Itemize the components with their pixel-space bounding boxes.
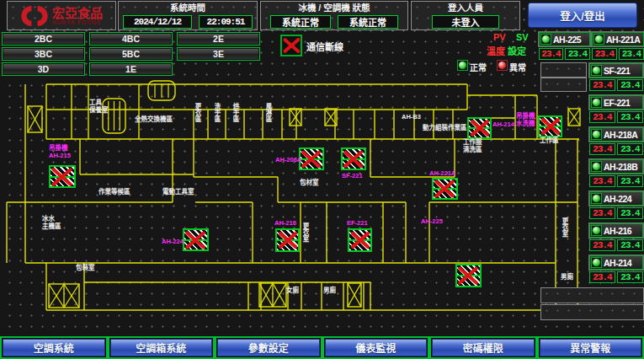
floor-buttons: 2BC4BC2E3BC5BC3E3D1E — [2, 32, 264, 76]
unit-row-sf-221[interactable]: SF-221 — [589, 63, 643, 78]
comm-loss-icon — [280, 35, 302, 56]
logo-mark-icon — [20, 4, 49, 28]
plan-label: 冰水 主機區 — [42, 216, 61, 230]
unit-sv-value: 23.4 — [617, 239, 643, 251]
machine-status-panel: 冰機 / 空調機 狀態 系統正常 系統正常 — [260, 1, 408, 30]
floor-button-2e[interactable]: 2E — [177, 32, 260, 46]
plan-label: AH-216 — [274, 220, 296, 228]
unit-status-led — [591, 129, 602, 140]
nav-button[interactable]: 密碼權限 — [432, 339, 535, 356]
unit-row-ah-225[interactable]: AH-225 — [539, 32, 590, 46]
system-date-value: 2024/12/12 — [123, 15, 192, 29]
nav-button[interactable]: 空調系統 — [3, 339, 105, 356]
ahu-unit-icon[interactable] — [299, 147, 324, 170]
unit-pv-value: 23.4 — [589, 79, 615, 91]
ahu-unit-icon[interactable] — [455, 264, 482, 287]
nav-button[interactable]: 異常警報 — [540, 339, 642, 356]
unit-sv-value: 23.4 — [619, 48, 644, 60]
plan-label: AH-214 — [492, 121, 514, 129]
unit-name: AH-224 — [604, 194, 631, 204]
unit-name: AH-218B — [604, 162, 637, 172]
plan-label: 風淋區 — [264, 103, 272, 122]
company-subtitle: HUNYA FOODS — [52, 19, 103, 25]
comm-loss-label: 通信斷線 — [306, 40, 343, 53]
nav-cell: 參數設定 — [215, 336, 322, 359]
floor-button-4bc[interactable]: 4BC — [89, 32, 173, 46]
empty-panel — [540, 78, 587, 92]
nav-button[interactable]: 參數設定 — [217, 339, 320, 356]
unit-pv-value: 23.4 — [589, 143, 615, 155]
ahu-unit-icon[interactable] — [49, 165, 76, 188]
login-panel: 登入人員 未登入 — [411, 1, 520, 30]
unit-row-ah-218a[interactable]: AH-218A — [589, 127, 643, 142]
floor-button-3e[interactable]: 3E — [177, 47, 260, 61]
unit-status-led — [591, 97, 602, 108]
unit-sv-value: 23.4 — [617, 79, 643, 91]
unit-sv-value: 23.4 — [617, 111, 643, 123]
ahu-status-value: 系統正常 — [338, 15, 398, 29]
system-time-label: 系統時間 — [170, 2, 205, 13]
ahu-unit-icon[interactable] — [467, 117, 492, 139]
plan-label: AH-225 — [421, 218, 443, 226]
unit-row-ah-216[interactable]: AH-216 — [589, 223, 643, 238]
plan-label: 工具 保養室 — [89, 99, 109, 114]
temp-header: 溫度 — [487, 44, 505, 57]
unit-name: SF-221 — [604, 66, 630, 76]
unit-sv-value: 23.4 — [617, 271, 643, 283]
machine-status-label: 冰機 / 空調機 狀態 — [298, 2, 370, 13]
unit-row-ef-221[interactable]: EF-221 — [589, 95, 643, 110]
ahu-unit-icon[interactable] — [538, 115, 562, 137]
unit-row-ah-224[interactable]: AH-224 — [589, 191, 643, 206]
company-logo: 宏亞食品 HUNYA FOODS — [20, 2, 103, 29]
plan-label: 工作服 清洗區 — [463, 139, 482, 153]
plan-label: AH-221A — [429, 170, 455, 178]
floor-button-1e[interactable]: 1E — [89, 62, 173, 76]
abnormal-label: 異常 — [509, 61, 526, 73]
floor-button-3bc[interactable]: 3BC — [2, 47, 85, 61]
unit-pv-value: 23.4 — [589, 271, 615, 283]
nav-button[interactable]: 空調箱系統 — [110, 339, 213, 356]
nav-button[interactable]: 儀表監視 — [325, 339, 428, 356]
nav-cell: 空調箱系統 — [108, 336, 216, 359]
plan-label: 電動工具室 — [162, 189, 194, 196]
unit-sv-value: 23.4 — [617, 143, 643, 155]
unit-name: AH-218A — [604, 130, 637, 140]
unit-row-ah-218b[interactable]: AH-218B — [589, 159, 643, 174]
unit-name: EF-221 — [604, 98, 630, 108]
plan-label: AH-224 — [162, 238, 184, 246]
unit-row-ah-214[interactable]: AH-214 — [589, 255, 643, 270]
system-time-panel: 系統時間 2024/12/12 22:09:51 — [118, 1, 258, 30]
empty-panel — [540, 62, 587, 78]
plan-label: 吊掛機 水洗機 — [516, 113, 535, 127]
unit-pv-value: 23.4 — [589, 175, 615, 187]
unit-status-led — [591, 161, 602, 172]
plan-label: 男廁 — [561, 274, 573, 281]
floor-button-2bc[interactable]: 2BC — [2, 32, 85, 46]
unit-status-led — [591, 257, 602, 268]
ahu-unit-icon[interactable] — [432, 178, 458, 200]
unit-pv-value: 23.4 — [539, 48, 563, 60]
unit-pv-value: 23.4 — [592, 48, 617, 60]
plan-label: AH-B3 — [402, 114, 421, 121]
plan-label: 工作區 — [540, 137, 559, 145]
nav-cell: 儀表監視 — [322, 336, 430, 359]
floor-button-5bc[interactable]: 5BC — [89, 47, 173, 61]
plan-label: SF-221 — [342, 173, 363, 180]
ahu-unit-icon[interactable] — [275, 228, 300, 252]
unit-name: AH-225 — [553, 35, 581, 45]
floor-button-3d[interactable]: 3D — [2, 62, 85, 76]
plan-label: 吊掛機 AH-215 — [49, 145, 71, 159]
unit-row-ah-221a[interactable]: AH-221A — [592, 32, 644, 46]
unit-pv-value: 23.4 — [589, 207, 615, 219]
unit-pv-value: 23.4 — [589, 239, 615, 251]
plan-label: 全熱交換機區 — [135, 116, 173, 124]
nav-cell: 空調系統 — [0, 336, 108, 359]
ahu-unit-icon[interactable] — [183, 228, 209, 251]
login-logout-button[interactable]: 登入/登出 — [528, 3, 637, 28]
unit-name: AH-221A — [606, 35, 640, 45]
abnormal-led-icon — [497, 60, 508, 71]
ahu-unit-icon[interactable] — [341, 147, 366, 170]
bottom-nav: 空調系統空調箱系統參數設定儀表監視密碼權限異常警報 — [0, 336, 644, 359]
plan-label: 女廁 — [286, 287, 299, 295]
ahu-unit-icon[interactable] — [348, 228, 372, 252]
